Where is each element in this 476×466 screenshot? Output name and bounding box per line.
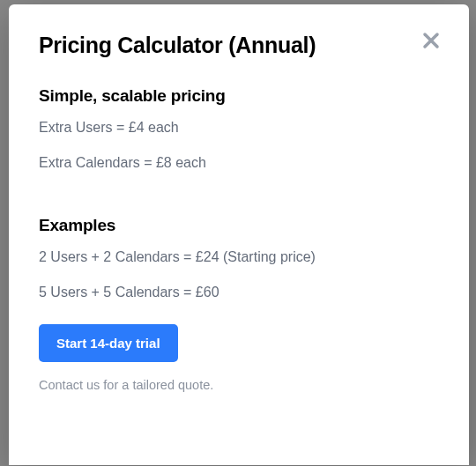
extra-users-price: Extra Users = £4 each: [39, 118, 439, 137]
example-line-2: 5 Users + 5 Calendars = £60: [39, 283, 439, 302]
modal-header: Pricing Calculator (Annual): [39, 33, 439, 58]
example-line-1: 2 Users + 2 Calendars = £24 (Starting pr…: [39, 248, 439, 267]
examples-heading: Examples: [39, 216, 439, 235]
pricing-section: Simple, scalable pricing Extra Users = £…: [39, 86, 439, 174]
contact-quote-text: Contact us for a tailored quote.: [39, 378, 439, 392]
close-icon: [421, 31, 441, 50]
pricing-calculator-modal: Pricing Calculator (Annual) Simple, scal…: [9, 4, 469, 465]
pricing-heading: Simple, scalable pricing: [39, 86, 439, 106]
extra-calendars-price: Extra Calendars = £8 each: [39, 153, 439, 173]
start-trial-button[interactable]: Start 14-day trial: [39, 324, 178, 362]
close-button[interactable]: [421, 31, 441, 50]
examples-section: Examples 2 Users + 2 Calendars = £24 (St…: [39, 216, 439, 392]
modal-title: Pricing Calculator (Annual): [39, 33, 316, 58]
